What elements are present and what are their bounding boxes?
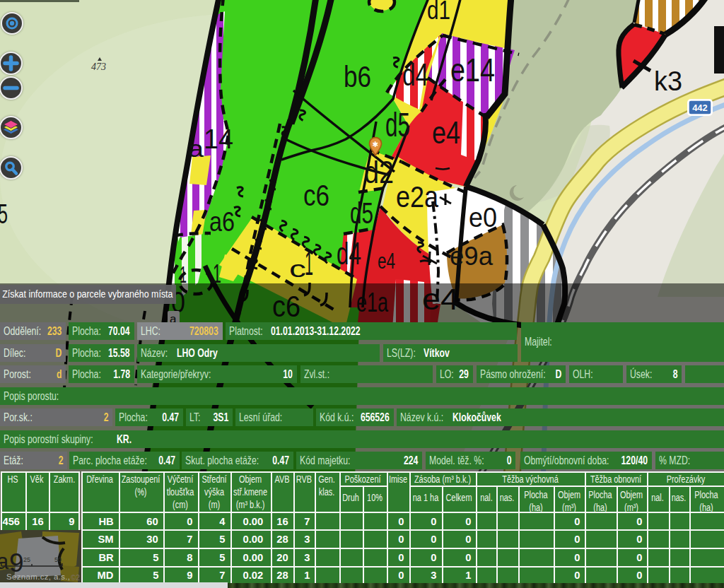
svg-text:473: 473 [91,61,106,72]
svg-text:b6: b6 [344,59,371,93]
svg-text:d5: d5 [350,196,373,230]
svg-text:d4: d4 [337,236,361,271]
svg-text:e0: e0 [469,202,497,233]
svg-text:✱: ✱ [373,140,379,148]
svg-text:14: 14 [204,124,233,154]
svg-text:d5: d5 [385,106,410,143]
svg-text:d4: d4 [402,57,428,92]
svg-text:e4: e4 [378,249,395,273]
svg-text:442: 442 [692,102,708,113]
svg-text:d1: d1 [427,0,450,25]
svg-text:e2a: e2a [396,180,439,213]
svg-text:c: c [289,256,306,282]
svg-text:e4: e4 [432,115,460,150]
svg-text:25: 25 [23,556,30,563]
svg-text:a: a [0,549,9,574]
svg-text:©2: ©2 [71,574,80,582]
svg-text:k3: k3 [654,66,682,96]
svg-text:c6: c6 [303,179,329,212]
svg-text:a: a [188,136,204,162]
svg-text:a6: a6 [209,206,235,237]
svg-text:5: 5 [0,199,8,229]
svg-text:1: 1 [305,245,313,282]
svg-text:d2: d2 [364,155,394,189]
svg-text:50: 50 [54,556,62,563]
svg-text:e9a: e9a [450,241,493,271]
svg-text:Seznam.cz, a.s.,: Seznam.cz, a.s., [6,572,70,581]
svg-text:e14: e14 [450,52,495,88]
